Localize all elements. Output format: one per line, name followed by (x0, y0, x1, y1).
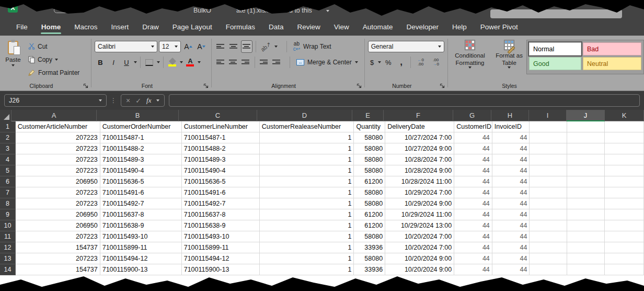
cell-K5[interactable] (605, 165, 644, 176)
style-good[interactable]: Good (529, 57, 581, 70)
grow-font-button[interactable]: A (182, 40, 194, 53)
cell-H1[interactable]: InvoiceID (492, 121, 530, 132)
cell-I7[interactable] (530, 187, 567, 198)
cell-K3[interactable] (605, 143, 644, 154)
format-as-table-button[interactable]: Format as Table (492, 39, 526, 81)
cell-C14[interactable]: 7100115900-13 (182, 264, 260, 275)
cell-J2[interactable] (567, 132, 605, 143)
cell-A5[interactable]: 207223 (16, 165, 100, 176)
cell-I10[interactable] (530, 220, 567, 231)
cell-E7[interactable]: 58080 (354, 187, 385, 198)
cell-B14[interactable]: 7100115900-13 (100, 264, 182, 275)
cell-D12[interactable]: 1 (260, 242, 354, 253)
cell-A2[interactable]: 207223 (16, 132, 100, 143)
cell-D8[interactable]: 1 (260, 198, 354, 209)
cell-A12[interactable]: 154737 (16, 242, 100, 253)
tab-macros[interactable]: Macros (67, 20, 104, 36)
cell-B11[interactable]: 7100115493-10 (100, 231, 182, 242)
accounting-dropdown-icon[interactable] (378, 61, 381, 63)
decrease-indent-button[interactable] (258, 56, 269, 69)
cell-J9[interactable] (567, 209, 605, 220)
cell-G6[interactable]: 44 (454, 176, 492, 187)
cell-E12[interactable]: 33936 (354, 242, 385, 253)
cell-I5[interactable] (530, 165, 567, 176)
copy-button[interactable]: Copy (26, 53, 82, 66)
conditional-formatting-button[interactable]: Conditional Formatting (448, 39, 492, 81)
cell-C11[interactable]: 7100115493-10 (182, 231, 260, 242)
cell-A14[interactable]: 154737 (16, 264, 100, 275)
tab-home[interactable]: Home (34, 20, 68, 36)
cell-K13[interactable] (605, 253, 644, 264)
cell-I13[interactable] (530, 253, 567, 264)
row-header-6[interactable]: 6 (0, 176, 16, 187)
cell-G9[interactable]: 44 (454, 209, 492, 220)
cell-K4[interactable] (605, 154, 644, 165)
cell-F4[interactable]: 10/28/2024 7:00 (385, 154, 454, 165)
cell-J3[interactable] (567, 143, 605, 154)
orientation-dropdown-icon[interactable] (274, 46, 278, 48)
cell-I8[interactable] (530, 198, 567, 209)
cell-B13[interactable]: 7100115494-12 (100, 253, 182, 264)
column-header-C[interactable]: C (179, 110, 257, 121)
cell-K12[interactable] (605, 242, 644, 253)
cell-H6[interactable]: 44 (492, 176, 530, 187)
cell-D10[interactable]: 1 (260, 220, 354, 231)
cell-J13[interactable] (567, 253, 605, 264)
cell-K6[interactable] (605, 176, 644, 187)
italic-button[interactable]: I (108, 56, 119, 69)
cell-A4[interactable]: 207223 (16, 154, 100, 165)
cell-F12[interactable]: 10/20/2024 7:00 (385, 242, 454, 253)
cell-D7[interactable]: 1 (260, 187, 354, 198)
column-header-H[interactable]: H (491, 110, 529, 121)
row-header-1[interactable]: 1 (0, 121, 16, 132)
cell-J7[interactable] (567, 187, 605, 198)
increase-decimal-button[interactable]: ←0.00 (414, 56, 428, 69)
row-header-13[interactable]: 13 (0, 253, 16, 264)
row-header-9[interactable]: 9 (0, 209, 16, 220)
cell-B4[interactable]: 7100115489-3 (100, 154, 182, 165)
increase-indent-button[interactable] (271, 56, 282, 69)
column-header-D[interactable]: D (257, 110, 352, 121)
search-box-fragment[interactable] (490, 9, 622, 18)
name-box-dropdown-icon[interactable] (99, 99, 102, 102)
cell-B9[interactable]: 7100115637-8 (100, 209, 182, 220)
tab-developer[interactable]: Developer (400, 20, 446, 36)
cell-C7[interactable]: 7100115491-6 (182, 187, 260, 198)
orientation-button[interactable]: ab↗ (259, 40, 273, 53)
cell-I11[interactable] (530, 231, 567, 242)
cell-K14[interactable] (605, 264, 644, 275)
cell-D13[interactable]: 1 (260, 253, 354, 264)
cell-F9[interactable]: 10/29/2024 11:00 (385, 209, 454, 220)
cell-A7[interactable]: 207223 (16, 187, 100, 198)
font-size-select[interactable]: 12 (159, 41, 181, 52)
format-as-table-dropdown-icon[interactable] (508, 66, 511, 69)
cell-C13[interactable]: 7100115494-12 (182, 253, 260, 264)
cell-H9[interactable]: 44 (492, 209, 530, 220)
cell-F2[interactable]: 10/27/2024 7:00 (385, 132, 454, 143)
cell-I3[interactable] (530, 143, 567, 154)
row-header-12[interactable]: 12 (0, 242, 16, 253)
cell-J11[interactable] (567, 231, 605, 242)
cell-D4[interactable]: 1 (260, 154, 354, 165)
cell-G11[interactable]: 44 (454, 231, 492, 242)
fill-color-button[interactable] (167, 56, 178, 69)
number-format-select[interactable]: General (368, 41, 444, 52)
cell-H3[interactable]: 44 (492, 143, 530, 154)
cell-J4[interactable] (567, 154, 605, 165)
cell-B1[interactable]: CustomerOrderNumber (100, 121, 182, 132)
cell-K11[interactable] (605, 231, 644, 242)
cell-F11[interactable]: 10/20/2024 7:00 (385, 231, 454, 242)
cell-I14[interactable] (530, 264, 567, 275)
style-neutral[interactable]: Neutral (583, 57, 641, 70)
cell-C4[interactable]: 7100115489-3 (182, 154, 260, 165)
cell-G3[interactable]: 44 (454, 143, 492, 154)
row-header-4[interactable]: 4 (0, 154, 16, 165)
enter-icon[interactable]: ✓ (135, 97, 141, 105)
cell-A9[interactable]: 206950 (16, 209, 100, 220)
insert-function-icon[interactable]: fx (146, 96, 151, 105)
cell-D11[interactable]: 1 (260, 231, 354, 242)
align-right-button[interactable] (240, 56, 251, 69)
row-header-14[interactable]: 14 (0, 264, 16, 275)
cell-E13[interactable]: 58080 (354, 253, 385, 264)
cell-A8[interactable]: 207223 (16, 198, 100, 209)
